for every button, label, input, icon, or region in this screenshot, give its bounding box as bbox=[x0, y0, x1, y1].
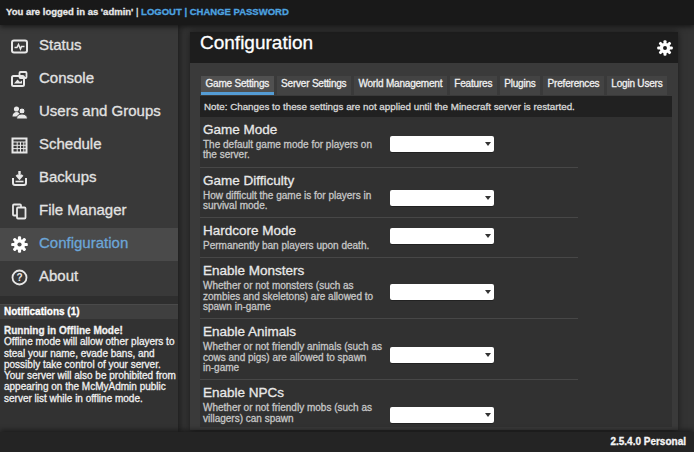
svg-text:?: ? bbox=[16, 272, 22, 283]
